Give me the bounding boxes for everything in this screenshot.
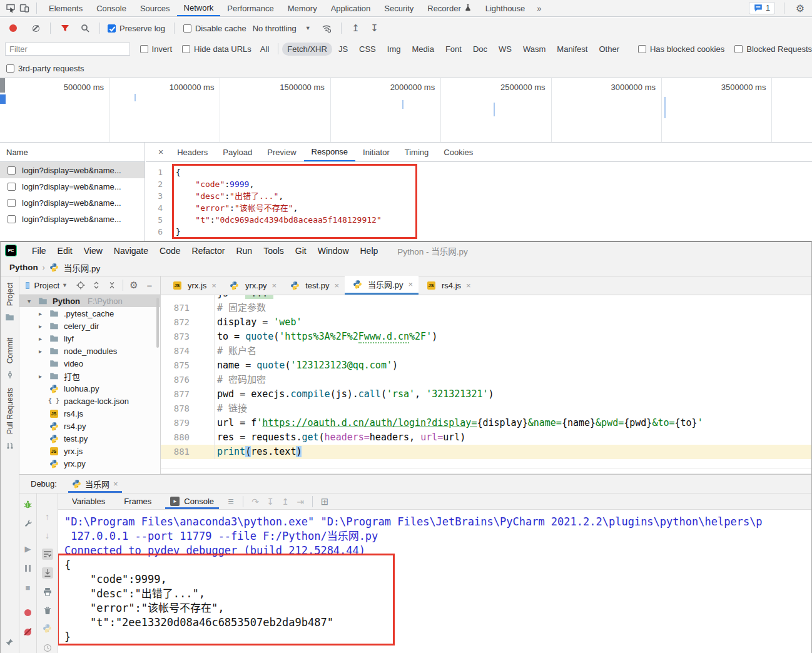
checkbox-unchecked[interactable] (6, 64, 14, 73)
devtools-tab-lighthouse[interactable]: Lighthouse (479, 0, 532, 16)
menu-run[interactable]: Run (230, 246, 258, 256)
checkbox-unchecked[interactable] (182, 45, 190, 53)
editor-tab-test-py[interactable]: test.py× (282, 276, 345, 295)
breakpoints-icon[interactable] (21, 605, 35, 619)
detail-tab-response[interactable]: Response (304, 143, 356, 161)
stripe-item-project[interactable]: Project (1, 283, 19, 324)
arrow-up-icon[interactable]: ↑ (41, 510, 54, 524)
tree-item-yrx-js[interactable]: JSyrx.js (19, 445, 160, 457)
close-icon[interactable]: × (113, 479, 118, 488)
chevron-closed-icon[interactable]: ▸ (37, 348, 44, 355)
issues-badge[interactable]: 1 (749, 2, 775, 14)
pin-icon[interactable] (5, 638, 14, 649)
arrow-down-icon[interactable]: ↓ (41, 529, 54, 542)
editor-tab-yrx-py[interactable]: yrx.py× (222, 276, 282, 295)
detail-tab-cookies[interactable]: Cookies (436, 143, 480, 161)
hide-data-urls-checkbox[interactable]: Hide data URLs (182, 44, 251, 54)
filter-type-other[interactable]: Other (594, 43, 624, 56)
tree-item-liyf[interactable]: ▸liyf (19, 332, 160, 345)
target-icon[interactable] (74, 278, 88, 292)
tree-item-rs4-py[interactable]: rs4.py (19, 420, 160, 432)
chevron-closed-icon[interactable]: ▸ (37, 323, 44, 330)
trash-icon[interactable] (41, 604, 54, 617)
project-scrollbar[interactable] (156, 298, 159, 348)
blocked-requests-checkbox[interactable]: Blocked Requests (734, 44, 812, 54)
tree-item-打包[interactable]: ▸打包 (19, 370, 160, 382)
tree-item-node-modules[interactable]: ▸node_modules (19, 345, 160, 357)
import-har-icon[interactable]: ↥ (349, 21, 363, 35)
tree-item-pytest-cache[interactable]: ▸.pytest_cache (19, 307, 160, 320)
device-toolbar-icon[interactable] (18, 1, 31, 15)
up-from-line-icon[interactable]: ↥ (278, 495, 292, 509)
checkbox-unchecked[interactable] (734, 45, 743, 53)
filter-type-doc[interactable]: Doc (468, 43, 492, 56)
more-tabs-icon[interactable]: » (532, 4, 546, 13)
devtools-tab-application[interactable]: Application (324, 0, 378, 16)
code-editor[interactable]: js = ... 871# 固定参数872display = 'web'873t… (161, 295, 811, 473)
filter-type-wasm[interactable]: Wasm (518, 43, 551, 56)
devtools-tab-console[interactable]: Console (89, 0, 133, 16)
printer-icon[interactable] (41, 585, 54, 599)
close-icon[interactable]: × (152, 147, 170, 157)
filter-funnel-icon[interactable] (58, 21, 72, 35)
network-conditions-icon[interactable] (320, 21, 333, 35)
tree-item-test-py[interactable]: test.py (19, 432, 160, 445)
name-column-header[interactable]: Name (0, 143, 145, 162)
search-icon[interactable] (78, 21, 92, 35)
clear-icon[interactable] (29, 21, 43, 35)
request-row[interactable]: login?display=web&name... (0, 162, 145, 178)
debug-session-tab[interactable]: 当乐网 × (68, 475, 122, 493)
filter-type-css[interactable]: CSS (354, 43, 381, 56)
gear-menu-icon[interactable]: ⚙▾ (21, 650, 35, 653)
wrench-icon[interactable] (21, 517, 35, 530)
expand-all-icon[interactable] (89, 278, 103, 292)
grid-icon[interactable]: ⊞ (318, 495, 332, 509)
scroll-end-on-icon[interactable] (41, 566, 54, 580)
close-icon[interactable]: × (466, 281, 471, 290)
close-icon[interactable]: × (408, 280, 413, 289)
request-checkbox[interactable] (8, 199, 16, 207)
detail-tab-headers[interactable]: Headers (170, 143, 215, 161)
invert-checkbox[interactable]: Invert (140, 44, 173, 54)
request-row[interactable]: login?display=web&name... (0, 195, 145, 211)
has-blocked-cookies-checkbox[interactable]: Has blocked cookies (638, 44, 724, 54)
menu-code[interactable]: Code (154, 246, 186, 256)
request-checkbox[interactable] (8, 166, 16, 175)
close-icon[interactable]: × (335, 281, 340, 290)
filter-type-fetch-xhr[interactable]: Fetch/XHR (282, 43, 332, 56)
checkbox-unchecked[interactable] (638, 45, 646, 53)
inspect-icon[interactable] (4, 1, 18, 15)
detail-tab-payload[interactable]: Payload (215, 143, 260, 161)
pause-icon[interactable] (21, 561, 35, 575)
stop-icon[interactable]: ■ (21, 580, 35, 594)
menu-tools[interactable]: Tools (258, 246, 290, 256)
clock-icon[interactable] (41, 641, 54, 653)
run-to-cursor-icon[interactable]: ⇥ (293, 495, 307, 509)
filter-input[interactable] (5, 43, 130, 56)
filter-type-img[interactable]: Img (382, 43, 406, 56)
request-checkbox[interactable] (8, 215, 16, 223)
menu-refactor[interactable]: Refactor (186, 246, 231, 256)
gear-icon[interactable]: ⚙ (127, 278, 141, 292)
stripe-item-pull-requests[interactable]: Pull Requests (1, 388, 19, 452)
close-icon[interactable]: × (272, 281, 277, 290)
tree-item-celery-dir[interactable]: ▸celery_dir (19, 320, 160, 332)
breadcrumb-root[interactable]: Python (9, 263, 38, 272)
minimize-icon[interactable]: − (143, 278, 156, 292)
filter-type-all[interactable]: All (255, 43, 274, 56)
request-checkbox[interactable] (8, 183, 16, 191)
menu-view[interactable]: View (78, 246, 108, 256)
disable-cache-checkbox[interactable]: Disable cache (183, 24, 246, 33)
editor-tab-yrx-js[interactable]: JSyrx.js× (165, 276, 222, 295)
filter-type-manifest[interactable]: Manifest (552, 43, 592, 56)
tree-item-luohua-py[interactable]: luohua.py (19, 382, 160, 395)
debug-tab-console[interactable]: ▸Console (161, 494, 223, 509)
tree-item-python[interactable]: ▾PythonF:\Python (19, 295, 160, 307)
debug-tab-variables[interactable]: Variables (63, 494, 114, 509)
tree-item-package-lock-json[interactable]: { }package-lock.json (19, 395, 160, 407)
filter-type-font[interactable]: Font (440, 43, 467, 56)
editor-tab-当乐网-py[interactable]: 当乐网.py× (345, 276, 419, 295)
throttling-select[interactable]: No throttling ▼ (253, 24, 311, 33)
project-header-label[interactable]: Project (34, 281, 59, 290)
menu-navigate[interactable]: Navigate (108, 246, 154, 256)
